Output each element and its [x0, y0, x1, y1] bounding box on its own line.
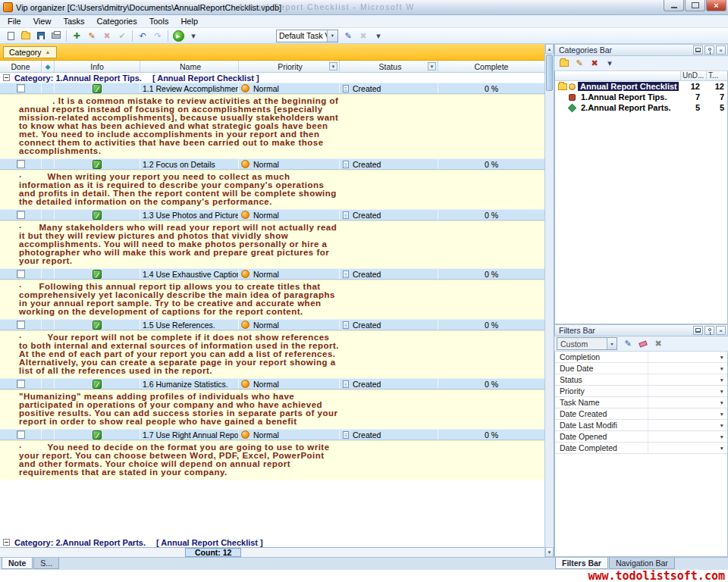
status-filter-icon[interactable]: ▼	[428, 62, 436, 70]
task-row[interactable]: 1.1 Review Accomplishments FirstNormalCr…	[0, 83, 544, 94]
clear-search-button[interactable]: ✖	[356, 29, 371, 43]
category-tree-item[interactable]: Annual Report Checklist1212	[555, 81, 727, 92]
task-row[interactable]: 1.6 Humanize Statistics.NormalCreated0 %	[0, 378, 544, 390]
task-template-select[interactable]: Default Task V ▾	[276, 30, 338, 42]
filter-preset-select[interactable]: Custom ▾	[557, 337, 617, 350]
redo-button[interactable]: ↷	[150, 29, 165, 43]
menu-tools[interactable]: Tools	[143, 15, 175, 27]
task-note-row[interactable]: · Following this annual report tip allow…	[0, 280, 544, 319]
close-button[interactable]: ×	[706, 0, 726, 11]
category-tree-item[interactable]: 1.Annual Report Tips.77	[555, 92, 727, 102]
done-checkbox[interactable]	[17, 321, 25, 329]
collapse-icon[interactable]	[3, 539, 10, 546]
save-database-button[interactable]	[33, 29, 49, 43]
filter-row-priority[interactable]: Priority▼	[555, 386, 727, 397]
category-options-button[interactable]: ▾	[602, 56, 617, 70]
column-header-priority[interactable]: Priority▼	[239, 61, 340, 72]
dock-panel-button[interactable]	[693, 326, 703, 335]
task-row[interactable]: 1.7 Use Right Annual ReportNormalCreated…	[0, 429, 544, 440]
run-report-button[interactable]: ▶	[171, 29, 186, 43]
column-header-flag[interactable]: ◆	[42, 61, 55, 72]
task-row[interactable]: 1.2 Focus on DetailsNormalCreated0 %	[0, 158, 544, 170]
priority-filter-icon[interactable]: ▼	[329, 62, 337, 70]
chevron-down-icon[interactable]: ▼	[720, 389, 724, 394]
category-tree-item[interactable]: 2.Annual Report Parts.55	[555, 102, 727, 113]
group-row-annual-report-parts[interactable]: Category: 2.Annual Report Parts.[ Annual…	[0, 537, 544, 547]
menu-file[interactable]: File	[2, 15, 27, 27]
chevron-down-icon[interactable]: ▾	[327, 30, 337, 42]
title-bar[interactable]: Vip organizer [C:\Users\dmitry\Documents…	[0, 0, 728, 15]
chevron-down-icon[interactable]: ▾	[607, 338, 617, 349]
task-note-row[interactable]: · When writing your report you need to c…	[0, 170, 544, 209]
vertical-scrollbar[interactable]: ▲ ▼	[544, 44, 554, 557]
tree-total-column[interactable]: T...	[706, 71, 727, 80]
menu-tasks[interactable]: Tasks	[57, 15, 90, 27]
tab-s-[interactable]: S...	[33, 558, 59, 569]
open-database-button[interactable]	[18, 29, 33, 43]
add-category-button[interactable]	[557, 56, 572, 70]
complete-task-button[interactable]: ✔	[115, 29, 130, 43]
filter-row-task-name[interactable]: Task Name▼	[555, 397, 727, 408]
done-checkbox[interactable]	[17, 84, 25, 92]
done-checkbox[interactable]	[17, 270, 25, 278]
find-task-button[interactable]: ✎	[340, 29, 356, 43]
done-checkbox[interactable]	[17, 211, 25, 219]
chevron-down-icon[interactable]: ▼	[720, 355, 724, 360]
chevron-down-icon[interactable]: ▼	[720, 434, 724, 440]
tab-note[interactable]: Note	[2, 558, 33, 569]
chevron-down-icon[interactable]: ▼	[720, 446, 724, 451]
tree-undone-column[interactable]: UnD...	[680, 71, 706, 80]
task-row[interactable]: 1.4 Use Exhaustive CaptionsNormalCreated…	[0, 268, 544, 280]
scrollbar-thumb[interactable]	[546, 55, 553, 91]
scroll-down-icon[interactable]: ▼	[545, 547, 554, 557]
add-task-button[interactable]: ✚	[69, 29, 84, 43]
pin-panel-button[interactable]	[704, 326, 714, 335]
menu-categories[interactable]: Categories	[91, 15, 143, 27]
filter-row-date-completed[interactable]: Date Completed▼	[555, 443, 727, 454]
task-note-row[interactable]: "Humanizing" means adding profiles of in…	[0, 390, 544, 429]
edit-filter-button[interactable]: ✎	[620, 336, 635, 351]
minimize-button[interactable]	[664, 0, 684, 11]
new-database-button[interactable]	[3, 29, 18, 43]
dock-panel-button[interactable]	[693, 45, 703, 55]
tab-filters-bar[interactable]: Filters Bar	[555, 558, 608, 569]
chevron-down-icon[interactable]: ▼	[720, 400, 724, 405]
chevron-down-icon[interactable]: ▼	[720, 377, 724, 383]
collapse-icon[interactable]	[3, 74, 10, 81]
column-header-name[interactable]: Name	[140, 61, 239, 72]
pin-panel-button[interactable]	[704, 45, 714, 55]
task-row[interactable]: 1.5 Use References.NormalCreated0 %	[0, 319, 544, 330]
filter-row-date-created[interactable]: Date Created▼	[555, 408, 727, 420]
scroll-up-icon[interactable]: ▲	[545, 44, 554, 54]
menu-view[interactable]: View	[27, 15, 58, 27]
task-note-row[interactable]: . It is a common mistake to review activ…	[0, 94, 544, 158]
filter-row-status[interactable]: Status▼	[555, 374, 727, 386]
delete-task-button[interactable]: ✖	[99, 29, 115, 43]
chevron-down-icon[interactable]: ▼	[720, 423, 724, 428]
done-checkbox[interactable]	[17, 430, 25, 439]
run-dropdown-button[interactable]: ▾	[186, 29, 201, 43]
filter-row-completion[interactable]: Completion▼	[555, 352, 727, 363]
done-checkbox[interactable]	[17, 380, 25, 388]
close-filter-button[interactable]: ✖	[651, 336, 666, 351]
column-header-status[interactable]: Status▼	[340, 61, 438, 72]
task-note-row[interactable]: · Your report will not be complete if it…	[0, 330, 544, 378]
tab-navigation-bar[interactable]: Navigation Bar	[609, 558, 675, 569]
maximize-button[interactable]	[685, 0, 705, 11]
column-header-complete[interactable]: Complete	[438, 61, 544, 72]
delete-category-button[interactable]: ✖	[587, 56, 602, 70]
undo-button[interactable]: ↶	[135, 29, 150, 43]
filter-row-date-opened[interactable]: Date Opened▼	[555, 431, 727, 443]
column-header-info[interactable]: Info	[55, 61, 140, 72]
chevron-down-icon[interactable]: ▼	[720, 366, 724, 371]
task-row[interactable]: 1.3 Use Photos and Pictures.NormalCreate…	[0, 209, 544, 221]
group-row-annual-report-tips[interactable]: Category: 1.Annual Report Tips.[ Annual …	[0, 73, 544, 83]
menu-help[interactable]: Help	[174, 15, 204, 27]
chevron-down-icon[interactable]: ▼	[720, 411, 724, 417]
category-sort-tab[interactable]: Category ▲	[3, 46, 57, 58]
clear-filter-button[interactable]	[635, 336, 651, 351]
search-options-button[interactable]: ▾	[371, 29, 386, 43]
close-panel-button[interactable]: ×	[716, 326, 726, 335]
edit-task-button[interactable]: ✎	[84, 29, 99, 43]
print-button[interactable]	[49, 29, 64, 43]
